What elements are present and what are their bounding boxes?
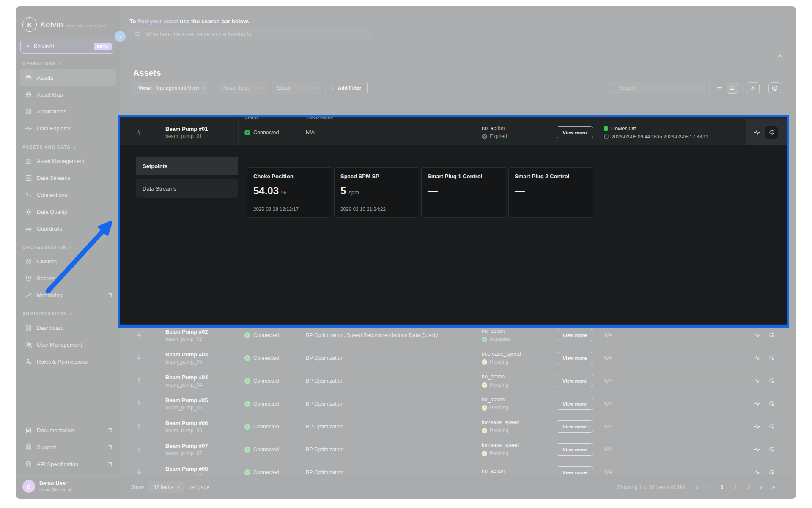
prev-page-button[interactable]: ‹ [708,484,710,490]
data-explorer-shortcut-button[interactable] [751,398,763,410]
sidebar-item[interactable]: Data Explorer [20,120,116,136]
section-header-operations[interactable]: OPERATIONS ∨ [16,54,120,69]
sidebar-item[interactable]: Documentation [20,422,116,438]
sidebar-item[interactable]: Roles & Permissions [20,353,116,370]
setpoints-panel-button[interactable] [765,329,778,342]
sidebar-item[interactable]: Dashboard [20,320,116,336]
asset-search-input[interactable] [145,30,369,38]
sidebar-item[interactable]: API Specification [20,456,116,472]
data-explorer-shortcut-button[interactable] [751,126,763,139]
download-circle-icon [771,85,778,91]
section-header-orchestration[interactable]: ORCHESTRATION ∨ [16,237,120,252]
sidebar-item[interactable]: Guardrails [20,221,116,237]
data-explorer-shortcut-button[interactable] [751,466,763,475]
sidebar-item[interactable]: Data Streams [20,170,116,186]
asset-type-dropdown[interactable]: Asset Type ▾ [218,82,267,94]
table-search-input[interactable] [619,85,701,91]
asset-row[interactable]: Beam Pump #03 beam_pump_03 ✓ Connected B… [120,347,787,370]
sidebar-item[interactable]: Secrets [20,270,116,286]
schedule-cell: N/A [598,424,746,430]
section-header-administration[interactable]: ADMINISTRATION ∨ [16,304,120,319]
asset-row[interactable]: Beam Pump #08 beam_pump_08 ✓ Connected B… [120,461,787,475]
pin-icon[interactable] [120,355,158,362]
view-more-button[interactable]: View more [557,375,593,387]
setpoints-panel-button[interactable] [765,466,778,475]
setpoint-unit: spm [348,189,359,196]
sidebar-item[interactable]: Support [20,439,116,455]
setpoints-panel-button[interactable] [765,375,778,387]
view-mode-toggle [714,83,738,94]
asset-row[interactable]: Beam Pump #05 beam_pump_05 ✓ Connected B… [120,392,787,415]
view-more-button[interactable]: View more [557,126,593,138]
setpoints-panel-button[interactable] [765,420,778,433]
last-page-button[interactable]: » [772,484,775,490]
data-explorer-shortcut-button[interactable] [751,420,763,433]
pin-icon[interactable] [120,332,158,339]
sidebar-item[interactable]: Asset Map [20,86,116,102]
card-menu-icon[interactable]: ⋯ [582,170,589,178]
export-button[interactable] [768,82,781,94]
setpoints-panel-button[interactable] [765,126,778,139]
sidebar-item-kelvinai[interactable]: ✦ KelvinAI BETA [20,39,115,54]
find-your-asset-link[interactable]: find your asset [137,18,178,25]
detailed-list-view-button[interactable] [727,83,738,94]
card-menu-icon[interactable]: ⋯ [408,170,414,178]
pin-icon[interactable] [120,129,158,136]
asset-row[interactable]: Beam Pump #06 beam_pump_06 ✓ Connected B… [120,415,787,438]
next-page-button[interactable]: › [760,484,762,490]
view-more-button[interactable]: View more [557,329,593,341]
sidebar-item[interactable]: User Management [20,337,116,353]
user-menu[interactable]: D Demo User demo@kelvin.ai [16,475,120,499]
view-more-button[interactable]: View more [557,352,593,364]
card-menu-icon[interactable]: ⋯ [321,170,327,178]
setpoints-panel-button[interactable] [765,443,778,456]
data-explorer-shortcut-button[interactable] [751,443,763,456]
table-settings-button[interactable] [747,82,760,94]
page-number-button[interactable]: 2 [734,484,737,490]
pin-icon[interactable] [120,400,158,407]
setpoints-panel-button[interactable] [765,352,778,364]
pin-icon[interactable] [120,423,158,430]
data-explorer-shortcut-button[interactable] [751,352,763,364]
asset-row[interactable]: Beam Pump #02 beam_pump_02 ✓ Connected B… [120,324,787,347]
compact-list-view-button[interactable] [714,83,725,94]
page-size-dropdown[interactable]: 32 items ▾ [148,481,184,493]
asset-row[interactable]: Beam Pump #07 beam_pump_07 ✓ Connected B… [120,438,787,461]
sidebar-item[interactable]: Monitoring [20,287,116,303]
view-more-button[interactable]: View more [557,443,593,456]
pin-icon[interactable] [120,446,158,453]
sync-settings-icon [768,400,775,407]
data-explorer-shortcut-button[interactable] [751,329,763,342]
pin-icon[interactable] [120,378,158,384]
sidebar-item[interactable]: Connections [20,187,116,203]
view-value: Management View [155,85,199,91]
action-text: no_action [482,328,551,334]
status-dropdown[interactable]: Status ▾ [272,82,321,94]
card-menu-icon[interactable]: ⋯ [495,170,502,178]
first-page-button[interactable]: « [695,484,698,490]
collapse-panel-button[interactable] [774,50,785,62]
asset-row[interactable]: Beam Pump #04 beam_pump_04 ✓ Connected B… [120,370,787,392]
tab-setpoints[interactable]: Setpoints [136,157,238,175]
asset-row-expanded[interactable]: Beam Pump #01 beam_pump_01 ✓ Connected N… [120,119,787,146]
sidebar-item[interactable]: Applications [20,103,116,119]
view-more-button[interactable]: View more [557,420,593,433]
view-more-button[interactable]: View more [557,466,593,475]
sidebar-item[interactable]: Assets [20,69,116,86]
pin-icon[interactable] [120,469,158,475]
view-dropdown[interactable]: View: Management View ▾ [133,82,209,94]
view-more-button[interactable]: View more [557,398,593,410]
sidebar-item[interactable]: Clusters [20,253,116,269]
sidebar-item[interactable]: Data Quality [20,204,116,220]
sidebar-item[interactable]: Asset Management [20,153,116,169]
chevron-left-icon: ‹ [119,33,121,40]
data-explorer-shortcut-button[interactable] [751,375,763,387]
tab-data-streams[interactable]: Data Streams [136,179,238,198]
page-number-button[interactable]: 1 [721,484,724,490]
section-header-assets-and-data[interactable]: ASSETS AND DATA ∨ [16,137,120,152]
page-number-button[interactable]: 3 [747,484,750,490]
fence-icon [25,225,32,232]
sidebar-collapse-button[interactable]: ‹ [115,31,126,42]
add-filter-button[interactable]: + Add Filter [325,82,368,94]
setpoints-panel-button[interactable] [765,398,778,410]
